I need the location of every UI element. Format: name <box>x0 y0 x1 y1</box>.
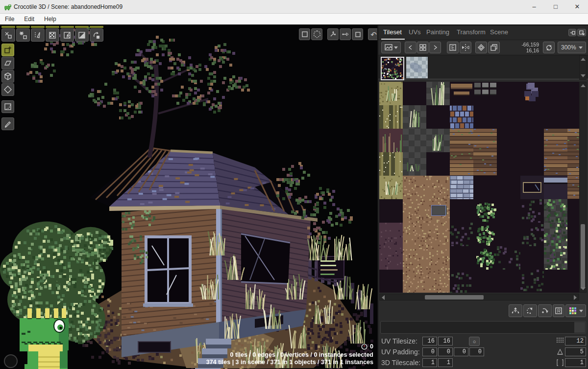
flip-vertices-button[interactable] <box>509 304 522 317</box>
prev-tile-button[interactable] <box>405 42 416 53</box>
menu-file[interactable]: File <box>0 14 19 24</box>
close-button[interactable]: ✕ <box>566 0 588 13</box>
face-tool-button[interactable] <box>1 57 14 69</box>
flip-tile-button[interactable] <box>460 42 471 53</box>
maximize-button[interactable]: □ <box>545 0 566 13</box>
window-title: Crocotile 3D / Scene: abandonedHome09 <box>14 3 122 10</box>
history-clock-icon <box>361 344 368 350</box>
tab-transform[interactable]: Transform <box>457 28 486 36</box>
uv-padding-4-input[interactable] <box>469 347 484 356</box>
pivot-rotate-button[interactable] <box>90 28 103 42</box>
duplicate-tile-button[interactable] <box>488 42 500 53</box>
tileset-picker-button[interactable] <box>381 42 401 53</box>
selected-tile-strip <box>380 321 586 334</box>
angle-snap-input[interactable] <box>565 347 586 356</box>
pattern-fill-button[interactable] <box>46 28 59 42</box>
scroll-up-icon[interactable] <box>581 58 586 61</box>
reload-tileset-button[interactable] <box>543 42 555 53</box>
scroll-left-icon[interactable] <box>382 295 385 300</box>
tilescale-y-input[interactable] <box>438 358 453 367</box>
rotation-reset-button[interactable]: R <box>553 304 564 317</box>
tab-painting[interactable]: Painting <box>426 28 449 36</box>
tile-extrude-icon <box>556 359 564 367</box>
menu-edit[interactable]: Edit <box>19 14 39 24</box>
thumbnail-scrollbar[interactable] <box>579 55 587 80</box>
pencil-tool-button[interactable] <box>1 117 14 130</box>
vscroll-thumb[interactable] <box>581 224 585 289</box>
menu-help[interactable]: Help <box>39 14 61 24</box>
svg-text:E: E <box>451 45 455 50</box>
orbit-gizmo[interactable] <box>4 354 18 368</box>
draw-tile-button[interactable] <box>1 44 14 56</box>
move-mode-button[interactable] <box>327 28 339 40</box>
extrude-input[interactable] <box>565 358 586 367</box>
edge-mode-button[interactable]: E <box>447 42 459 53</box>
tileset-thumbnail-2[interactable] <box>406 57 428 78</box>
tileset-hscrollbar[interactable] <box>379 294 579 300</box>
tileset-vscrollbar[interactable] <box>579 82 587 293</box>
box-tool-button[interactable] <box>1 70 14 83</box>
scroll-right-icon[interactable] <box>574 295 577 300</box>
uv-tilesize-x-input[interactable] <box>422 337 437 346</box>
right-panel: Tileset UVs Painting Transform Scene <box>377 25 588 369</box>
shade-button[interactable] <box>75 28 89 42</box>
diamond-tool-button[interactable] <box>1 83 14 96</box>
scroll-down-icon[interactable] <box>581 287 586 290</box>
grid-snap-input[interactable] <box>565 337 586 346</box>
zoom-select[interactable]: 300% <box>558 42 586 53</box>
viewport-left-toolbar <box>1 44 14 130</box>
tilescale-x-input[interactable] <box>422 358 437 367</box>
uv-padding-3-input[interactable] <box>454 347 468 356</box>
rotate-vertices-button[interactable] <box>523 304 537 317</box>
tileset-thumbnail-1[interactable] <box>381 57 404 80</box>
menu-bar: File Edit Help <box>0 14 588 25</box>
hscroll-thumb[interactable] <box>425 295 484 300</box>
angle-snap-icon <box>556 348 564 356</box>
instance-select-mode-button[interactable] <box>311 28 322 40</box>
palette-button[interactable] <box>565 304 586 317</box>
tileset-canvas[interactable] <box>379 82 579 293</box>
uv-tilesize-y-input[interactable] <box>438 337 453 346</box>
tab-scene[interactable]: Scene <box>490 28 508 36</box>
tilescale-label: 3D Tilescale: <box>381 359 420 367</box>
tab-tileset[interactable]: Tileset <box>383 28 402 36</box>
next-tile-button[interactable] <box>429 42 441 53</box>
tile-select-mode-button[interactable] <box>299 28 310 40</box>
rotate-step-button[interactable] <box>538 304 552 317</box>
uv-padding-1-input[interactable] <box>422 347 437 356</box>
vertex-mode-button[interactable] <box>340 28 351 40</box>
uv-link-button[interactable]: ○ <box>469 337 480 346</box>
uv-padding-2-input[interactable] <box>438 347 453 356</box>
viewport-status: 0 0 tiles / 0 edges / 0 vertices / 0 ins… <box>206 343 373 366</box>
face-mode-button[interactable] <box>352 28 363 40</box>
active-tab-underline <box>381 39 405 40</box>
unpin-panel-button[interactable] <box>568 29 576 36</box>
undo-icon: ↶ <box>370 31 377 38</box>
scene-3d-view[interactable] <box>0 25 377 369</box>
image-icon <box>385 44 392 51</box>
viewport-mode-toolbar: ↶ ↷ <box>299 28 377 40</box>
viewport-top-toolbar <box>1 28 103 42</box>
title-bar: Crocotile 3D / Scene: abandonedHome09 – … <box>0 0 588 14</box>
lighting-button[interactable] <box>60 28 74 42</box>
tab-uvs[interactable]: UVs <box>409 28 421 36</box>
app-window: Crocotile 3D / Scene: abandonedHome09 – … <box>0 0 588 369</box>
undo-button[interactable]: ↶ <box>368 28 377 40</box>
uv-diamond-button[interactable] <box>475 42 487 53</box>
select-region-button[interactable] <box>1 100 14 113</box>
snap-tiles-button[interactable] <box>1 28 15 42</box>
scroll-down-icon[interactable] <box>581 74 586 77</box>
selection-status: 0 tiles / 0 edges / 0 vertices / 0 insta… <box>206 351 373 359</box>
chevron-down-icon <box>579 310 583 312</box>
scene-totals: 374 tiles | 3 in scene / 371 in 1 object… <box>206 359 373 366</box>
viewport[interactable]: ↶ ↷ 0 0 tiles / 0 edges / 0 vertices / 0… <box>0 25 377 369</box>
scroll-up-icon[interactable] <box>581 84 586 87</box>
tile-stamp-button[interactable] <box>31 28 45 42</box>
minimize-button[interactable]: – <box>523 0 545 13</box>
tile-grid-button[interactable] <box>417 42 429 53</box>
refresh-icon <box>545 44 553 51</box>
popout-panel-button[interactable] <box>577 29 586 36</box>
cursor-coordinates: -66,15916,16 <box>507 42 539 53</box>
weld-vertices-button[interactable] <box>16 28 30 42</box>
tileset-toolbar: E -66,15916,16 300% <box>378 41 588 54</box>
